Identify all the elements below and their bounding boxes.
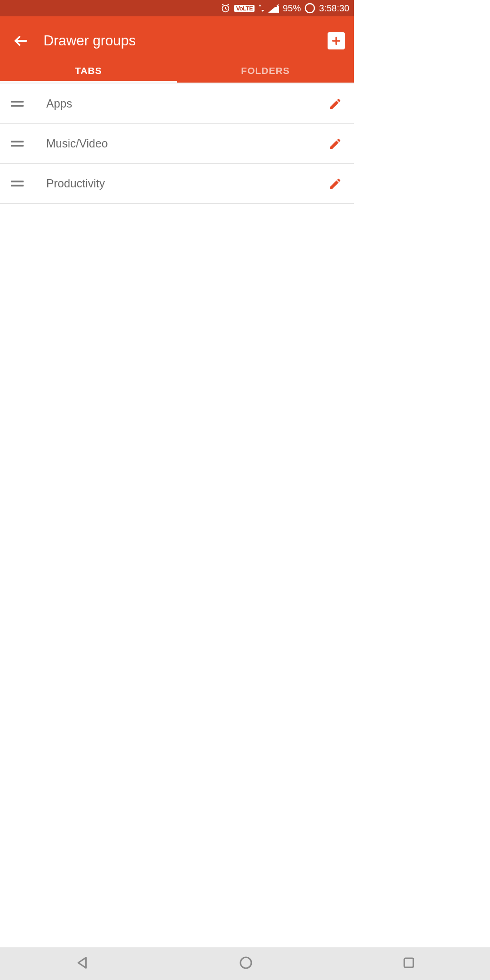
add-button[interactable]	[328, 32, 345, 49]
list-item[interactable]: Apps	[0, 84, 354, 124]
list-item[interactable]: Productivity	[0, 164, 354, 204]
items-list: Apps Music/Video Productivity	[0, 84, 354, 204]
drag-handle-icon[interactable]	[11, 141, 24, 147]
edit-button[interactable]	[328, 136, 343, 152]
tab-tabs[interactable]: TABS	[0, 59, 177, 83]
battery-text: 95%	[283, 3, 301, 14]
signal-icon: LTE+	[268, 4, 279, 13]
svg-point-1	[305, 4, 314, 13]
tab-folders[interactable]: FOLDERS	[177, 59, 354, 83]
clock-text: 3:58:30	[319, 3, 349, 14]
drag-handle-icon[interactable]	[11, 101, 24, 107]
tab-bar: TABS FOLDERS	[0, 59, 354, 83]
list-item[interactable]: Music/Video	[0, 124, 354, 164]
alarm-icon	[220, 3, 230, 13]
item-label: Productivity	[46, 177, 328, 190]
drag-handle-icon[interactable]	[11, 181, 24, 186]
battery-circle-icon	[304, 3, 315, 14]
app-bar: Drawer groups TABS FOLDERS	[0, 16, 354, 83]
tab-label: FOLDERS	[241, 65, 289, 76]
page-title: Drawer groups	[44, 33, 328, 49]
lte-label: LTE+	[269, 3, 280, 8]
volte-badge: VoLTE	[234, 5, 255, 12]
edit-button[interactable]	[328, 176, 343, 191]
back-button[interactable]	[11, 31, 31, 51]
edit-button[interactable]	[328, 96, 343, 112]
data-arrows-icon	[258, 4, 265, 13]
status-bar: VoLTE LTE+ 95% 3:58:30	[0, 0, 354, 16]
item-label: Apps	[46, 97, 328, 110]
item-label: Music/Video	[46, 137, 328, 150]
tab-label: TABS	[75, 65, 102, 76]
